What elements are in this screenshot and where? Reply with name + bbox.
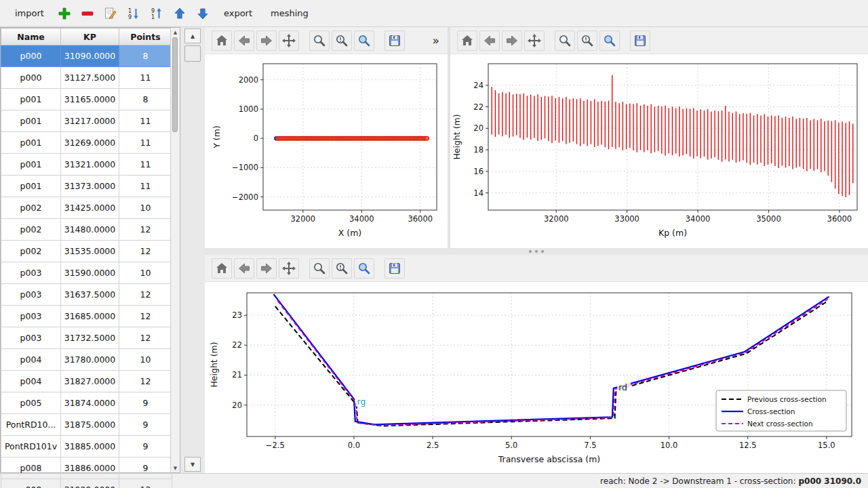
table-row[interactable]: PontRD101v31885.00009	[1, 436, 172, 458]
table-row[interactable]: p00831929.000013	[1, 479, 172, 488]
table-row[interactable]: p00131217.000011	[1, 110, 172, 132]
cross-section-table: Name KP Points p00031090.00008p00031127.…	[1, 28, 172, 488]
zoom-rect-icon	[357, 261, 372, 276]
svg-text:32000: 32000	[544, 214, 569, 224]
svg-text:−1000: −1000	[232, 163, 258, 172]
save-button[interactable]	[384, 30, 405, 51]
save-button[interactable]	[630, 30, 650, 51]
table-row[interactable]: p00331637.500012	[1, 284, 172, 306]
table-row[interactable]: PontRD10...31875.00009	[1, 414, 172, 436]
panel-scrollbar-thumb[interactable]	[184, 45, 201, 62]
home-icon	[214, 261, 229, 276]
table-row[interactable]: p00231535.000012	[1, 241, 172, 262]
svg-text:Next cross-section: Next cross-section	[747, 420, 813, 428]
options-button[interactable]	[332, 30, 352, 51]
table-row[interactable]: p00831886.00009	[1, 458, 172, 479]
remove-cross-section-button[interactable]	[79, 4, 97, 22]
table-row[interactable]: p00431780.000010	[1, 349, 172, 371]
table-row[interactable]: p00231425.000010	[1, 197, 172, 219]
zoom-button[interactable]	[309, 258, 330, 279]
scroll-down-icon[interactable]: ▼	[171, 464, 180, 472]
sort-ascending-button[interactable]: 19	[125, 4, 143, 22]
scroll-down-button[interactable]: ▼	[184, 457, 201, 472]
up-arrow-icon: ▲	[191, 33, 195, 39]
meshing-button[interactable]: meshing	[264, 5, 315, 22]
svg-text:rg: rg	[357, 396, 366, 407]
table-row[interactable]: p00431827.000012	[1, 371, 172, 392]
zoom-button[interactable]	[555, 30, 575, 51]
pan-button[interactable]	[524, 30, 545, 51]
home-button[interactable]	[212, 30, 232, 51]
forward-button[interactable]	[256, 30, 277, 51]
table-row[interactable]: p00131165.00008	[1, 89, 172, 110]
back-button[interactable]	[479, 30, 500, 51]
column-header-name[interactable]: Name	[1, 28, 61, 45]
svg-text:X (m): X (m)	[338, 228, 361, 238]
svg-text:23: 23	[232, 310, 242, 320]
svg-text:Height (m): Height (m)	[452, 114, 462, 159]
import-button[interactable]: import	[8, 5, 51, 22]
table-row[interactable]: p00031127.500011	[1, 67, 172, 89]
scroll-up-icon[interactable]: ▲	[171, 28, 180, 37]
longitudinal-profile-chart[interactable]: 3200033000340003500036000141618202224Kp …	[450, 54, 868, 248]
save-button[interactable]	[384, 258, 405, 279]
pan-button[interactable]	[279, 30, 299, 51]
back-icon	[237, 261, 252, 276]
horizontal-splitter[interactable]	[205, 248, 868, 255]
svg-text:22: 22	[232, 340, 242, 350]
table-row[interactable]: p00231480.000012	[1, 219, 172, 241]
forward-icon	[259, 261, 274, 276]
table-row[interactable]: p00331590.000010	[1, 262, 172, 284]
forward-button[interactable]	[256, 258, 277, 279]
table-row[interactable]: p00031090.00008	[1, 45, 172, 67]
down-arrow-icon: ▼	[191, 462, 195, 468]
svg-text:9: 9	[128, 14, 132, 20]
forward-button[interactable]	[502, 30, 522, 51]
table-row[interactable]: p00131269.000011	[1, 132, 172, 154]
column-header-kp[interactable]: KP	[61, 28, 119, 45]
pan-icon	[281, 261, 296, 276]
zoom-rect-button[interactable]	[354, 30, 374, 51]
table-scrollbar-thumb[interactable]	[172, 37, 178, 132]
zoom-rect-button[interactable]	[599, 30, 620, 51]
move-down-button[interactable]	[194, 4, 212, 22]
forward-icon	[505, 33, 519, 48]
splitter-handle-icon	[535, 250, 538, 253]
table-scrollbar[interactable]: ▲ ▼	[170, 28, 180, 472]
cross-section-chart[interactable]: rgrd−2.50.02.55.07.510.012.515.020212223…	[205, 282, 868, 473]
svg-text:rd: rd	[618, 382, 627, 392]
svg-text:18: 18	[473, 145, 484, 155]
svg-text:32000: 32000	[291, 214, 316, 224]
plan-view-chart[interactable]: 320003400036000−2000−1000010002000X (m)Y…	[205, 54, 448, 248]
column-header-points[interactable]: Points	[119, 28, 172, 45]
arrow-down-icon	[195, 6, 210, 21]
svg-text:34000: 34000	[686, 214, 711, 224]
back-button[interactable]	[234, 258, 254, 279]
table-row[interactable]: p00331732.500012	[1, 327, 172, 349]
options-button[interactable]	[577, 30, 597, 51]
back-button[interactable]	[234, 30, 254, 51]
svg-text:7.5: 7.5	[584, 441, 596, 450]
home-button[interactable]	[212, 258, 232, 279]
table-row[interactable]: p00331685.000012	[1, 306, 172, 327]
sort-descending-button[interactable]: 91	[148, 4, 166, 22]
home-icon	[214, 33, 229, 48]
move-up-button[interactable]	[171, 4, 189, 22]
toolbar-overflow-button[interactable]: »	[433, 34, 441, 47]
add-cross-section-button[interactable]	[56, 4, 74, 22]
export-button[interactable]: export	[217, 5, 259, 22]
cross-section-toolbar	[205, 255, 868, 282]
table-row[interactable]: p00531874.00009	[1, 392, 172, 414]
status-text: reach: Node 2 -> Downstream 1 - cross-se…	[600, 476, 795, 486]
edit-cross-section-button[interactable]	[102, 4, 120, 22]
scroll-up-button[interactable]: ▲	[184, 28, 201, 43]
options-button[interactable]	[332, 258, 352, 279]
svg-text:−2000: −2000	[232, 192, 258, 202]
table-row[interactable]: p00131321.000011	[1, 154, 172, 176]
pan-button[interactable]	[279, 258, 299, 279]
zoom-rect-button[interactable]	[354, 258, 374, 279]
home-button[interactable]	[457, 30, 477, 51]
zoom-button[interactable]	[309, 30, 330, 51]
svg-text:20: 20	[473, 123, 484, 133]
table-row[interactable]: p00131373.000011	[1, 176, 172, 197]
